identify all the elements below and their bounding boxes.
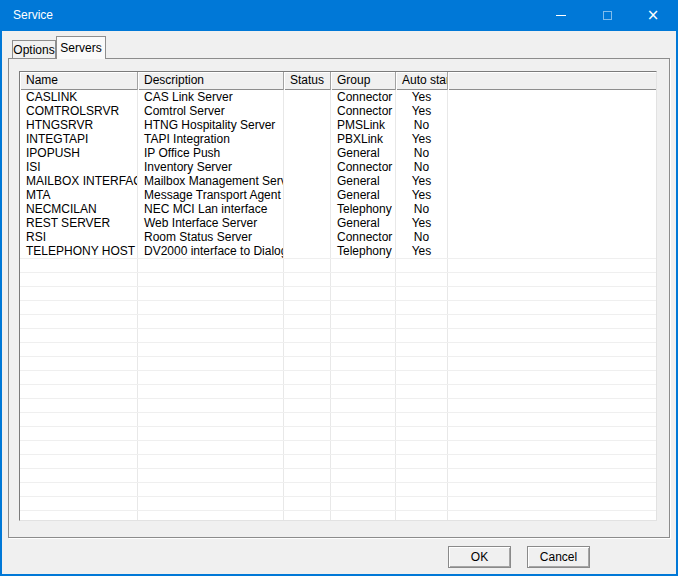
cell: INTEGTAPI: [20, 132, 138, 146]
window-title: Service: [13, 0, 53, 31]
caption-buttons: ×: [538, 0, 676, 31]
cell: Yes: [396, 90, 448, 104]
table-row[interactable]: MAILBOX INTERFACEMailbox Management Serv…: [20, 174, 656, 188]
cell-filler: [448, 287, 656, 300]
cell: [284, 188, 331, 202]
column-header-auto-start[interactable]: Auto start: [396, 72, 448, 90]
cell-filler: [448, 259, 656, 272]
cell: Yes: [396, 104, 448, 118]
cell: PMSLink: [331, 118, 396, 132]
cell: [138, 315, 284, 328]
cell: [396, 343, 448, 356]
listview-body: CASLINKCAS Link ServerConnectorYesCOMTRO…: [20, 90, 656, 521]
column-header-status[interactable]: Status: [284, 72, 331, 90]
cell: Mailbox Management Server: [138, 174, 284, 188]
cell: [20, 329, 138, 342]
cell: [20, 497, 138, 510]
cell: [396, 357, 448, 370]
column-header-group[interactable]: Group: [331, 72, 396, 90]
cell-filler: [448, 132, 656, 146]
cell: [331, 329, 396, 342]
cell: [284, 511, 331, 521]
cell: [138, 357, 284, 370]
cell: General: [331, 146, 396, 160]
tab-servers[interactable]: Servers: [56, 36, 106, 59]
cell-filler: [448, 413, 656, 426]
cell: [396, 413, 448, 426]
minimize-button[interactable]: [538, 0, 584, 31]
cell: [20, 343, 138, 356]
cell: Connector: [331, 90, 396, 104]
cell: [284, 413, 331, 426]
cancel-button-label: Cancel: [540, 550, 577, 564]
cell: Connector: [331, 230, 396, 244]
cell: [284, 146, 331, 160]
table-row[interactable]: CASLINKCAS Link ServerConnectorYes: [20, 90, 656, 104]
service-dialog-window: Service × Options Servers NameDescriptio…: [0, 0, 678, 576]
table-row[interactable]: REST SERVERWeb Interface ServerGeneralYe…: [20, 216, 656, 230]
cell: [331, 371, 396, 384]
cell: General: [331, 174, 396, 188]
cell: [396, 441, 448, 454]
cell: [138, 413, 284, 426]
cell: [331, 455, 396, 468]
cell: [284, 90, 331, 104]
cell: No: [396, 146, 448, 160]
cell: [396, 483, 448, 496]
cell: [20, 273, 138, 286]
table-row[interactable]: INTEGTAPITAPI IntegrationPBXLinkYes: [20, 132, 656, 146]
cell-filler: [448, 216, 656, 230]
cell: [284, 132, 331, 146]
table-row[interactable]: COMTROLSRVRComtrol ServerConnectorYes: [20, 104, 656, 118]
ok-button[interactable]: OK: [448, 546, 511, 568]
cell-filler: [448, 399, 656, 412]
cell-filler: [448, 90, 656, 104]
servers-listview[interactable]: NameDescriptionStatusGroupAuto start CAS…: [19, 71, 657, 521]
cell-filler: [448, 315, 656, 328]
cell: [284, 357, 331, 370]
table-row[interactable]: IPOPUSHIP Office PushGeneralNo: [20, 146, 656, 160]
table-row[interactable]: NECMCILANNEC MCI Lan interfaceTelephonyN…: [20, 202, 656, 216]
table-row[interactable]: TELEPHONY HOSTDV2000 interface to Dialog…: [20, 244, 656, 258]
cell: [396, 273, 448, 286]
table-row-empty: [20, 328, 656, 342]
cell: MTA: [20, 188, 138, 202]
cell: [331, 469, 396, 482]
cell: Inventory Server: [138, 160, 284, 174]
table-row-empty: [20, 440, 656, 454]
cell: TELEPHONY HOST: [20, 244, 138, 258]
cell: [20, 441, 138, 454]
cell: Yes: [396, 216, 448, 230]
cell: [284, 469, 331, 482]
cell-filler: [448, 497, 656, 510]
column-header-description[interactable]: Description: [138, 72, 284, 90]
cell: [138, 511, 284, 521]
table-row[interactable]: HTNGSRVRHTNG Hospitality ServerPMSLinkNo: [20, 118, 656, 132]
cell: [138, 371, 284, 384]
table-row-empty: [20, 286, 656, 300]
table-row-empty: [20, 398, 656, 412]
cell: [138, 497, 284, 510]
cell: [284, 315, 331, 328]
ok-button-label: OK: [471, 550, 488, 564]
cell: [138, 469, 284, 482]
cell: [284, 174, 331, 188]
cell: [396, 259, 448, 272]
table-row[interactable]: MTAMessage Transport AgentGeneralYes: [20, 188, 656, 202]
table-row[interactable]: RSIRoom Status ServerConnectorNo: [20, 230, 656, 244]
tab-options[interactable]: Options: [12, 40, 56, 58]
cell: ISI: [20, 160, 138, 174]
cancel-button[interactable]: Cancel: [527, 546, 590, 568]
cell: [284, 483, 331, 496]
cell: MAILBOX INTERFACE: [20, 174, 138, 188]
cell: [138, 301, 284, 314]
cell: [284, 202, 331, 216]
cell: [396, 399, 448, 412]
cell: IPOPUSH: [20, 146, 138, 160]
cell: REST SERVER: [20, 216, 138, 230]
cell: [331, 259, 396, 272]
table-row-empty: [20, 384, 656, 398]
column-header-name[interactable]: Name: [20, 72, 138, 90]
close-button[interactable]: ×: [630, 0, 676, 31]
table-row[interactable]: ISIInventory ServerConnectorNo: [20, 160, 656, 174]
